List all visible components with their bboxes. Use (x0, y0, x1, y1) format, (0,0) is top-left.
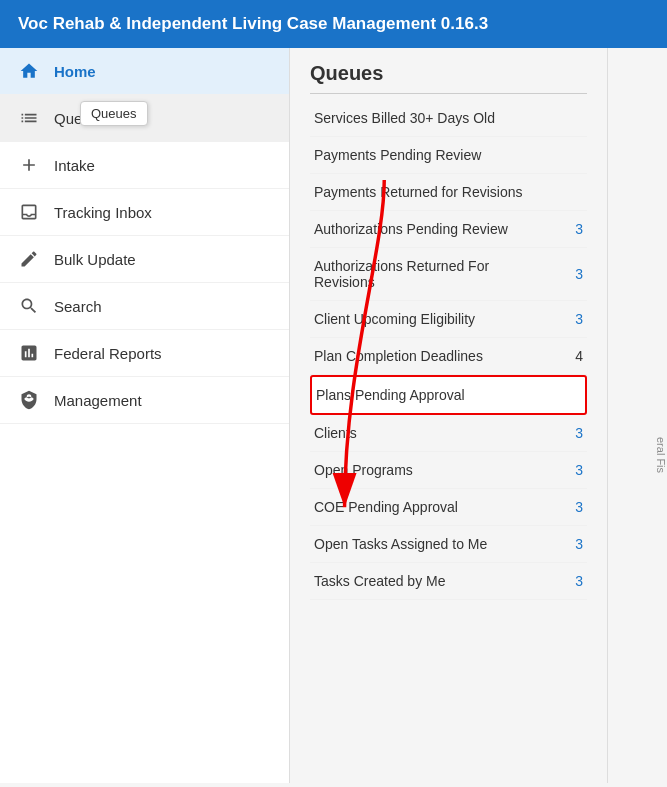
right-panel-label: eral Fis (655, 437, 667, 473)
queues-divider (310, 93, 587, 94)
queue-count: 3 (563, 499, 583, 515)
queue-item-payments-pending[interactable]: Payments Pending Review (310, 137, 587, 174)
sidebar-label-home: Home (54, 63, 96, 80)
queue-item-clients[interactable]: Clients 3 (310, 415, 587, 452)
queue-count: 4 (563, 348, 583, 364)
sidebar-item-home[interactable]: Home (0, 48, 289, 95)
queue-item-auth-pending[interactable]: Authorizations Pending Review 3 (310, 211, 587, 248)
queue-label: Plans Pending Approval (316, 387, 561, 403)
queues-icon (16, 108, 42, 128)
queue-count: 3 (563, 311, 583, 327)
federal-reports-icon (16, 343, 42, 363)
sidebar-item-bulk-update[interactable]: Bulk Update (0, 236, 289, 283)
sidebar-label-search: Search (54, 298, 102, 315)
queue-label: Open Tasks Assigned to Me (314, 536, 563, 552)
queue-label: Client Upcoming Eligibility (314, 311, 563, 327)
queue-label: Payments Returned for Revisions (314, 184, 563, 200)
sidebar-item-queues[interactable]: Queues Queues (0, 95, 289, 142)
bulk-update-icon (16, 249, 42, 269)
sidebar-label-bulk: Bulk Update (54, 251, 136, 268)
search-icon (16, 296, 42, 316)
queue-label: COE Pending Approval (314, 499, 563, 515)
queue-count: 3 (563, 536, 583, 552)
sidebar-item-search[interactable]: Search (0, 283, 289, 330)
sidebar-item-management[interactable]: Management (0, 377, 289, 424)
queue-label: Authorizations Pending Review (314, 221, 563, 237)
queue-item-auth-returned[interactable]: Authorizations Returned For Revisions 3 (310, 248, 587, 301)
queue-label: Clients (314, 425, 563, 441)
queue-count: 3 (563, 462, 583, 478)
sidebar: Home Queues Queues Intake Tracking Inbox (0, 48, 290, 783)
queue-item-client-eligibility[interactable]: Client Upcoming Eligibility 3 (310, 301, 587, 338)
queue-count: 3 (563, 266, 583, 282)
queue-item-coe-pending[interactable]: COE Pending Approval 3 (310, 489, 587, 526)
sidebar-label-federal: Federal Reports (54, 345, 162, 362)
queue-label: Plan Completion Deadlines (314, 348, 563, 364)
queue-item-plans-pending[interactable]: Plans Pending Approval (310, 375, 587, 415)
queues-tooltip: Queues (80, 101, 148, 126)
queue-label: Payments Pending Review (314, 147, 563, 163)
app-title: Voc Rehab & Independent Living Case Mana… (18, 14, 488, 33)
queue-item-plan-completion[interactable]: Plan Completion Deadlines 4 (310, 338, 587, 375)
right-panel-stub: eral Fis (607, 48, 667, 783)
app-header: Voc Rehab & Independent Living Case Mana… (0, 0, 667, 48)
queue-item-tasks-created[interactable]: Tasks Created by Me 3 (310, 563, 587, 600)
sidebar-item-federal-reports[interactable]: Federal Reports (0, 330, 289, 377)
queue-count: 3 (563, 221, 583, 237)
queue-count: 3 (563, 425, 583, 441)
tracking-inbox-icon (16, 202, 42, 222)
sidebar-label-tracking: Tracking Inbox (54, 204, 152, 221)
sidebar-item-intake[interactable]: Intake (0, 142, 289, 189)
queue-item-open-programs[interactable]: Open Programs 3 (310, 452, 587, 489)
queue-item-open-tasks[interactable]: Open Tasks Assigned to Me 3 (310, 526, 587, 563)
queue-label: Tasks Created by Me (314, 573, 563, 589)
queue-label: Open Programs (314, 462, 563, 478)
content-area: Queues Services Billed 30+ Days Old Paym… (290, 48, 667, 783)
queue-item-payments-returned[interactable]: Payments Returned for Revisions (310, 174, 587, 211)
queue-count: 3 (563, 573, 583, 589)
queue-label: Authorizations Returned For Revisions (314, 258, 563, 290)
sidebar-label-intake: Intake (54, 157, 95, 174)
queue-label: Services Billed 30+ Days Old (314, 110, 563, 126)
queues-title: Queues (310, 62, 587, 85)
sidebar-item-tracking-inbox[interactable]: Tracking Inbox (0, 189, 289, 236)
home-icon (16, 61, 42, 81)
intake-icon (16, 155, 42, 175)
queues-panel: Queues Services Billed 30+ Days Old Paym… (290, 48, 607, 783)
sidebar-label-management: Management (54, 392, 142, 409)
queue-item-services-billed[interactable]: Services Billed 30+ Days Old (310, 100, 587, 137)
management-icon (16, 390, 42, 410)
